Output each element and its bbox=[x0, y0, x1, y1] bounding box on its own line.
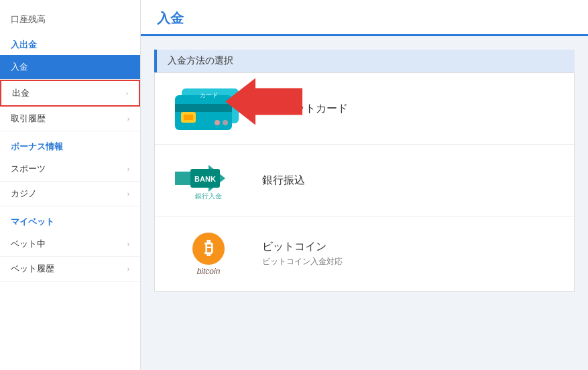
payment-item-bank-transfer[interactable]: BANK 銀行入金 銀行振込 bbox=[155, 145, 574, 217]
chevron-icon: › bbox=[127, 265, 129, 273]
deposit-withdraw-group-title: 入出金 bbox=[0, 29, 140, 55]
svg-rect-3 bbox=[175, 104, 232, 112]
account-balance-label: 口座残高 bbox=[0, 7, 140, 29]
chevron-icon: › bbox=[126, 90, 128, 97]
main-header: 入金 bbox=[141, 0, 588, 36]
bank-transfer-label: 銀行振込 bbox=[262, 174, 305, 188]
svg-point-7 bbox=[223, 120, 228, 125]
chevron-icon: › bbox=[127, 115, 129, 123]
chevron-icon: › bbox=[127, 190, 129, 198]
sidebar-item-bet-history[interactable]: ベット履歴 › bbox=[0, 257, 140, 282]
bank-icon-area: BANK 銀行入金 bbox=[168, 157, 249, 204]
bank-transfer-label-area: 銀行振込 bbox=[262, 174, 305, 188]
svg-text:bitcoin: bitcoin bbox=[197, 267, 221, 276]
sidebar-item-transaction-history[interactable]: 取引履歴 › bbox=[0, 107, 140, 131]
my-bet-group-title: マイベット bbox=[0, 206, 140, 232]
sidebar-item-sports[interactable]: スポーツ › bbox=[0, 157, 140, 182]
credit-card-icon-area: カード bbox=[168, 85, 249, 132]
page-title: 入金 bbox=[157, 9, 572, 34]
svg-text:カード: カード bbox=[200, 92, 218, 99]
bitcoin-label: ビットコイン bbox=[262, 240, 343, 254]
bonus-info-group-title: ボーナス情報 bbox=[0, 131, 140, 157]
section-header: 入金方法の選択 bbox=[154, 50, 575, 72]
sidebar-item-casino[interactable]: カジノ › bbox=[0, 182, 140, 206]
main-content: 入金 入金方法の選択 bbox=[141, 0, 588, 370]
svg-text:銀行入金: 銀行入金 bbox=[195, 192, 222, 200]
bitcoin-sublabel: ビットコイン入金対応 bbox=[262, 256, 343, 267]
svg-text:BANK: BANK bbox=[194, 175, 216, 183]
bitcoin-label-area: ビットコイン ビットコイン入金対応 bbox=[262, 240, 343, 267]
payment-item-credit-card[interactable]: カード クレジットカード bbox=[155, 73, 574, 145]
chevron-icon: › bbox=[127, 166, 129, 173]
credit-card-label: クレジットカード bbox=[262, 102, 348, 116]
payment-item-bitcoin[interactable]: ₿ bitcoin ビットコイン ビットコイン入金対応 bbox=[155, 217, 574, 291]
bitcoin-icon-area: ₿ bitcoin bbox=[168, 229, 249, 279]
sidebar-item-bet-in-progress[interactable]: ベット中 › bbox=[0, 232, 140, 257]
svg-point-6 bbox=[215, 120, 220, 125]
sidebar-item-withdraw[interactable]: 出金 › bbox=[0, 80, 140, 107]
svg-text:₿: ₿ bbox=[204, 238, 213, 258]
chevron-icon: › bbox=[127, 241, 129, 248]
payment-method-list: カード クレジットカード BANK bbox=[154, 72, 575, 292]
credit-card-label-area: クレジットカード bbox=[262, 102, 348, 116]
sidebar-item-deposit[interactable]: 入金 bbox=[0, 55, 140, 80]
sidebar: 口座残高 入出金 入金 出金 › 取引履歴 › ボーナス情報 スポーツ › カジ… bbox=[0, 0, 141, 370]
main-body: 入金方法の選択 bbox=[141, 36, 588, 305]
svg-rect-5 bbox=[184, 115, 193, 120]
